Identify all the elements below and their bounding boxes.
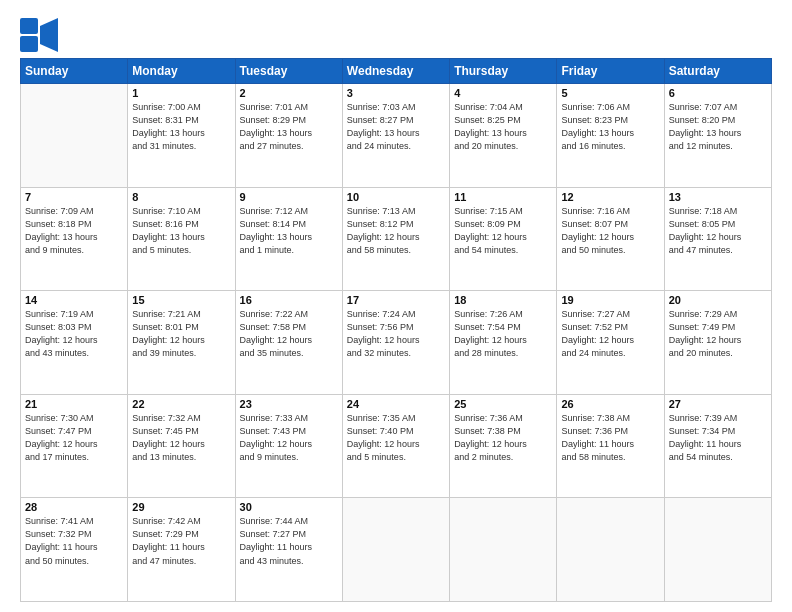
day-info: Sunrise: 7:33 AMSunset: 7:43 PMDaylight:…: [240, 412, 338, 464]
calendar-header-row: Sunday Monday Tuesday Wednesday Thursday…: [21, 59, 772, 84]
table-row: 27Sunrise: 7:39 AMSunset: 7:34 PMDayligh…: [664, 394, 771, 498]
calendar-week-row: 28Sunrise: 7:41 AMSunset: 7:32 PMDayligh…: [21, 498, 772, 602]
table-row: 6Sunrise: 7:07 AMSunset: 8:20 PMDaylight…: [664, 84, 771, 188]
day-number: 6: [669, 87, 767, 99]
table-row: 22Sunrise: 7:32 AMSunset: 7:45 PMDayligh…: [128, 394, 235, 498]
day-info: Sunrise: 7:00 AMSunset: 8:31 PMDaylight:…: [132, 101, 230, 153]
day-number: 28: [25, 501, 123, 513]
day-number: 8: [132, 191, 230, 203]
col-saturday: Saturday: [664, 59, 771, 84]
day-info: Sunrise: 7:03 AMSunset: 8:27 PMDaylight:…: [347, 101, 445, 153]
col-thursday: Thursday: [450, 59, 557, 84]
day-number: 4: [454, 87, 552, 99]
day-number: 18: [454, 294, 552, 306]
table-row: 21Sunrise: 7:30 AMSunset: 7:47 PMDayligh…: [21, 394, 128, 498]
day-number: 23: [240, 398, 338, 410]
day-info: Sunrise: 7:27 AMSunset: 7:52 PMDaylight:…: [561, 308, 659, 360]
day-number: 22: [132, 398, 230, 410]
table-row: 26Sunrise: 7:38 AMSunset: 7:36 PMDayligh…: [557, 394, 664, 498]
table-row: 4Sunrise: 7:04 AMSunset: 8:25 PMDaylight…: [450, 84, 557, 188]
day-info: Sunrise: 7:35 AMSunset: 7:40 PMDaylight:…: [347, 412, 445, 464]
col-wednesday: Wednesday: [342, 59, 449, 84]
day-number: 17: [347, 294, 445, 306]
day-number: 27: [669, 398, 767, 410]
day-number: 24: [347, 398, 445, 410]
calendar-week-row: 1Sunrise: 7:00 AMSunset: 8:31 PMDaylight…: [21, 84, 772, 188]
page: Sunday Monday Tuesday Wednesday Thursday…: [0, 0, 792, 612]
table-row: 12Sunrise: 7:16 AMSunset: 8:07 PMDayligh…: [557, 187, 664, 291]
day-info: Sunrise: 7:39 AMSunset: 7:34 PMDaylight:…: [669, 412, 767, 464]
table-row: [664, 498, 771, 602]
day-info: Sunrise: 7:44 AMSunset: 7:27 PMDaylight:…: [240, 515, 338, 567]
day-info: Sunrise: 7:21 AMSunset: 8:01 PMDaylight:…: [132, 308, 230, 360]
col-sunday: Sunday: [21, 59, 128, 84]
col-monday: Monday: [128, 59, 235, 84]
table-row: 29Sunrise: 7:42 AMSunset: 7:29 PMDayligh…: [128, 498, 235, 602]
day-number: 5: [561, 87, 659, 99]
table-row: 24Sunrise: 7:35 AMSunset: 7:40 PMDayligh…: [342, 394, 449, 498]
svg-marker-2: [40, 18, 58, 52]
table-row: 18Sunrise: 7:26 AMSunset: 7:54 PMDayligh…: [450, 291, 557, 395]
calendar-week-row: 21Sunrise: 7:30 AMSunset: 7:47 PMDayligh…: [21, 394, 772, 498]
day-number: 11: [454, 191, 552, 203]
table-row: 20Sunrise: 7:29 AMSunset: 7:49 PMDayligh…: [664, 291, 771, 395]
table-row: 13Sunrise: 7:18 AMSunset: 8:05 PMDayligh…: [664, 187, 771, 291]
table-row: [450, 498, 557, 602]
day-number: 1: [132, 87, 230, 99]
table-row: 9Sunrise: 7:12 AMSunset: 8:14 PMDaylight…: [235, 187, 342, 291]
calendar-week-row: 14Sunrise: 7:19 AMSunset: 8:03 PMDayligh…: [21, 291, 772, 395]
day-number: 29: [132, 501, 230, 513]
table-row: 11Sunrise: 7:15 AMSunset: 8:09 PMDayligh…: [450, 187, 557, 291]
table-row: 25Sunrise: 7:36 AMSunset: 7:38 PMDayligh…: [450, 394, 557, 498]
table-row: [557, 498, 664, 602]
day-number: 7: [25, 191, 123, 203]
day-number: 25: [454, 398, 552, 410]
day-info: Sunrise: 7:19 AMSunset: 8:03 PMDaylight:…: [25, 308, 123, 360]
table-row: 2Sunrise: 7:01 AMSunset: 8:29 PMDaylight…: [235, 84, 342, 188]
col-tuesday: Tuesday: [235, 59, 342, 84]
table-row: 23Sunrise: 7:33 AMSunset: 7:43 PMDayligh…: [235, 394, 342, 498]
day-info: Sunrise: 7:29 AMSunset: 7:49 PMDaylight:…: [669, 308, 767, 360]
table-row: 30Sunrise: 7:44 AMSunset: 7:27 PMDayligh…: [235, 498, 342, 602]
day-number: 15: [132, 294, 230, 306]
day-info: Sunrise: 7:06 AMSunset: 8:23 PMDaylight:…: [561, 101, 659, 153]
table-row: 28Sunrise: 7:41 AMSunset: 7:32 PMDayligh…: [21, 498, 128, 602]
svg-rect-0: [20, 18, 38, 34]
day-number: 26: [561, 398, 659, 410]
table-row: 10Sunrise: 7:13 AMSunset: 8:12 PMDayligh…: [342, 187, 449, 291]
day-info: Sunrise: 7:38 AMSunset: 7:36 PMDaylight:…: [561, 412, 659, 464]
day-info: Sunrise: 7:01 AMSunset: 8:29 PMDaylight:…: [240, 101, 338, 153]
day-info: Sunrise: 7:36 AMSunset: 7:38 PMDaylight:…: [454, 412, 552, 464]
day-info: Sunrise: 7:13 AMSunset: 8:12 PMDaylight:…: [347, 205, 445, 257]
day-number: 30: [240, 501, 338, 513]
day-number: 19: [561, 294, 659, 306]
table-row: 7Sunrise: 7:09 AMSunset: 8:18 PMDaylight…: [21, 187, 128, 291]
day-info: Sunrise: 7:22 AMSunset: 7:58 PMDaylight:…: [240, 308, 338, 360]
day-number: 13: [669, 191, 767, 203]
table-row: 3Sunrise: 7:03 AMSunset: 8:27 PMDaylight…: [342, 84, 449, 188]
calendar-table: Sunday Monday Tuesday Wednesday Thursday…: [20, 58, 772, 602]
header: [20, 18, 772, 52]
table-row: [342, 498, 449, 602]
svg-rect-1: [20, 36, 38, 52]
day-info: Sunrise: 7:24 AMSunset: 7:56 PMDaylight:…: [347, 308, 445, 360]
day-number: 12: [561, 191, 659, 203]
table-row: 15Sunrise: 7:21 AMSunset: 8:01 PMDayligh…: [128, 291, 235, 395]
day-info: Sunrise: 7:30 AMSunset: 7:47 PMDaylight:…: [25, 412, 123, 464]
table-row: 5Sunrise: 7:06 AMSunset: 8:23 PMDaylight…: [557, 84, 664, 188]
table-row: 17Sunrise: 7:24 AMSunset: 7:56 PMDayligh…: [342, 291, 449, 395]
day-number: 16: [240, 294, 338, 306]
day-info: Sunrise: 7:04 AMSunset: 8:25 PMDaylight:…: [454, 101, 552, 153]
calendar-week-row: 7Sunrise: 7:09 AMSunset: 8:18 PMDaylight…: [21, 187, 772, 291]
day-number: 14: [25, 294, 123, 306]
day-info: Sunrise: 7:42 AMSunset: 7:29 PMDaylight:…: [132, 515, 230, 567]
table-row: 16Sunrise: 7:22 AMSunset: 7:58 PMDayligh…: [235, 291, 342, 395]
day-number: 21: [25, 398, 123, 410]
day-info: Sunrise: 7:16 AMSunset: 8:07 PMDaylight:…: [561, 205, 659, 257]
table-row: 14Sunrise: 7:19 AMSunset: 8:03 PMDayligh…: [21, 291, 128, 395]
day-info: Sunrise: 7:41 AMSunset: 7:32 PMDaylight:…: [25, 515, 123, 567]
day-info: Sunrise: 7:07 AMSunset: 8:20 PMDaylight:…: [669, 101, 767, 153]
day-number: 2: [240, 87, 338, 99]
day-number: 10: [347, 191, 445, 203]
day-number: 20: [669, 294, 767, 306]
